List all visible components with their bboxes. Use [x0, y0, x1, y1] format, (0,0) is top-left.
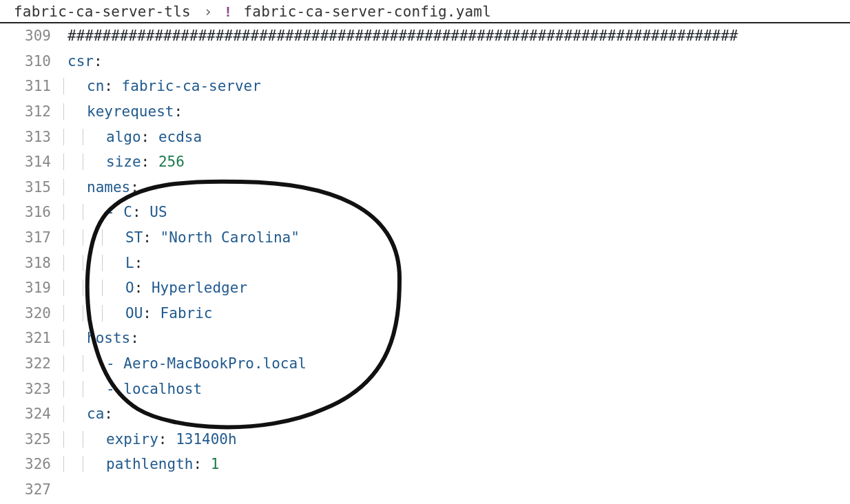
- yaml-list-dash: -: [106, 204, 123, 220]
- code-line[interactable]: 315names:: [0, 175, 850, 200]
- yaml-token: :: [104, 78, 121, 94]
- code-line[interactable]: 321hosts:: [0, 326, 850, 351]
- line-number: 315: [0, 179, 54, 196]
- yaml-token: Hyperledger: [152, 280, 247, 296]
- breadcrumb[interactable]: fabric-ca-server-tls › ! fabric-ca-serve…: [0, 0, 850, 23]
- yaml-token: :: [104, 406, 113, 422]
- yaml-key: keyrequest: [87, 103, 174, 120]
- line-number: 314: [0, 154, 54, 170]
- yaml-key: cn: [87, 78, 104, 94]
- code-line[interactable]: 325expiry: 131400h: [0, 427, 850, 452]
- code-content[interactable]: O: Hyperledger: [54, 280, 247, 296]
- yaml-token: :: [134, 255, 143, 271]
- yaml-token: localhost: [123, 381, 202, 397]
- line-number: 325: [0, 431, 54, 448]
- yaml-token: :: [134, 280, 152, 296]
- yaml-comment: ########################################…: [68, 28, 738, 44]
- yaml-token: 131400h: [176, 431, 237, 448]
- yaml-token: :: [158, 431, 176, 448]
- code-content[interactable]: pathlength: 1: [54, 456, 219, 472]
- code-line[interactable]: 316- C: US: [0, 200, 850, 225]
- code-content[interactable]: ca:: [54, 406, 113, 422]
- code-line[interactable]: 324ca:: [0, 401, 850, 427]
- yaml-token: :: [132, 204, 149, 220]
- yaml-key: hosts: [87, 330, 130, 346]
- code-line[interactable]: 309#####################################…: [0, 23, 850, 49]
- code-content[interactable]: L:: [54, 255, 143, 271]
- code-content[interactable]: OU: Fabric: [54, 305, 212, 322]
- yaml-key: OU: [125, 305, 143, 322]
- line-number: 309: [0, 28, 54, 44]
- yaml-key: L: [125, 255, 134, 271]
- code-line[interactable]: 317ST: "North Carolina": [0, 225, 850, 251]
- code-line[interactable]: 320OU: Fabric: [0, 301, 850, 326]
- code-line[interactable]: 319O: Hyperledger: [0, 275, 850, 301]
- breadcrumb-separator: ›: [200, 3, 217, 20]
- line-number: 318: [0, 255, 54, 271]
- line-number: 326: [0, 456, 54, 472]
- yaml-token: :: [143, 305, 160, 322]
- code-content[interactable]: keyrequest:: [54, 103, 183, 120]
- code-line[interactable]: 327: [0, 477, 850, 503]
- line-number: 310: [0, 53, 54, 70]
- code-content[interactable]: algo: ecdsa: [54, 129, 202, 145]
- code-line[interactable]: 326pathlength: 1: [0, 452, 850, 477]
- line-number: 317: [0, 229, 54, 246]
- line-number: 316: [0, 204, 54, 220]
- yaml-token: Aero-MacBookPro.local: [123, 355, 307, 372]
- code-content[interactable]: ST: "North Carolina": [54, 229, 300, 246]
- breadcrumb-file[interactable]: fabric-ca-server-config.yaml: [243, 3, 491, 20]
- line-number: 327: [0, 481, 54, 498]
- code-content[interactable]: - localhost: [54, 381, 202, 397]
- yaml-token: :: [94, 53, 103, 70]
- yaml-key: pathlength: [106, 456, 193, 472]
- yaml-key: expiry: [106, 431, 158, 448]
- yaml-token: :: [130, 330, 139, 346]
- yaml-string: "North Carolina": [160, 229, 300, 246]
- line-number: 313: [0, 129, 54, 145]
- yaml-token: US: [149, 204, 167, 220]
- code-content[interactable]: csr:: [54, 53, 103, 70]
- code-content[interactable]: - C: US: [54, 204, 167, 220]
- yaml-token: :: [141, 154, 158, 170]
- yaml-token: :: [174, 103, 183, 120]
- yaml-list-dash: -: [106, 355, 123, 372]
- yaml-key: C: [123, 204, 132, 220]
- yaml-number: 1: [211, 456, 220, 472]
- yaml-token: ecdsa: [158, 129, 202, 145]
- code-line[interactable]: 310csr:: [0, 49, 850, 74]
- line-number: 319: [0, 280, 54, 296]
- yaml-token: :: [130, 179, 139, 196]
- yaml-token: :: [193, 456, 210, 472]
- code-content[interactable]: expiry: 131400h: [54, 431, 237, 448]
- yaml-key: csr: [68, 53, 94, 70]
- line-number: 320: [0, 305, 54, 322]
- code-line[interactable]: 312keyrequest:: [0, 99, 850, 125]
- yaml-token: :: [141, 129, 158, 145]
- yaml-key: size: [106, 154, 141, 170]
- code-content[interactable]: names:: [54, 179, 139, 196]
- yaml-key: algo: [106, 129, 141, 145]
- code-line[interactable]: 322- Aero-MacBookPro.local: [0, 351, 850, 377]
- line-number: 312: [0, 103, 54, 120]
- code-line[interactable]: 313algo: ecdsa: [0, 124, 850, 149]
- code-content[interactable]: - Aero-MacBookPro.local: [54, 355, 307, 372]
- yaml-number: 256: [158, 154, 185, 170]
- line-number: 322: [0, 355, 54, 372]
- code-line[interactable]: 314size: 256: [0, 149, 850, 175]
- line-number: 323: [0, 381, 54, 397]
- code-editor[interactable]: 309#####################################…: [0, 23, 850, 502]
- breadcrumb-folder[interactable]: fabric-ca-server-tls: [14, 3, 191, 20]
- line-number: 311: [0, 78, 54, 94]
- code-content[interactable]: hosts:: [54, 330, 139, 346]
- yaml-token: Fabric: [160, 305, 213, 322]
- code-line[interactable]: 318L:: [0, 250, 850, 275]
- line-number: 321: [0, 330, 54, 346]
- yaml-list-dash: -: [106, 381, 123, 397]
- code-content[interactable]: ########################################…: [54, 28, 738, 44]
- code-content[interactable]: cn: fabric-ca-server: [54, 78, 261, 94]
- code-content[interactable]: size: 256: [54, 154, 185, 170]
- code-line[interactable]: 311cn: fabric-ca-server: [0, 74, 850, 99]
- code-line[interactable]: 323- localhost: [0, 376, 850, 401]
- yaml-token: :: [143, 229, 160, 246]
